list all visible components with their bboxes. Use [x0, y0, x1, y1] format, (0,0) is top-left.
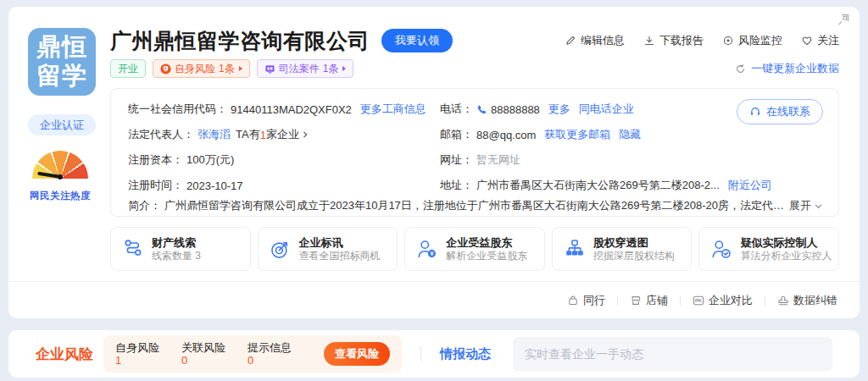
hide-email-link[interactable]: 隐藏 [619, 127, 641, 142]
self-risk-stat: 自身风险 1 [115, 341, 159, 367]
headset-icon [749, 106, 761, 118]
page-title: 广州鼎恒留学咨询有限公司 [110, 27, 370, 55]
company-info-box: 统一社会信用代码： 91440113MAD2QXF0X2 更多工商信息 法定代表… [110, 88, 839, 217]
online-contact-button[interactable]: 在线联系 [737, 99, 823, 124]
feature-cards-row: 财产线索 线索数量 3 企业标讯 查看全国招标商机 ¥ 企业受益股东 解析企业受… [110, 227, 839, 271]
store-icon [630, 295, 642, 306]
download-report-button[interactable]: 下载报告 [643, 33, 704, 48]
self-risk-badge[interactable]: 自身风险 1条 [153, 59, 250, 78]
stamp-icon [777, 295, 789, 306]
rep-company-count: 1 [260, 129, 266, 141]
controller-check-icon [710, 238, 732, 260]
caret-right-icon [342, 66, 346, 71]
status-badge[interactable]: 开业 [110, 59, 146, 78]
pencil-icon [565, 35, 576, 47]
heart-icon [801, 35, 813, 47]
logo-text-line2: 留学 [28, 61, 96, 90]
risk-monitor-button[interactable]: 风险监控 [722, 33, 782, 48]
bag-icon [567, 295, 579, 306]
hint-info-stat: 提示信息 0 [248, 341, 292, 367]
refresh-icon [735, 64, 746, 75]
intel-feed-input[interactable] [513, 337, 832, 371]
more-email-link[interactable]: 获取更多邮箱 [544, 127, 610, 142]
svg-text:¥: ¥ [431, 251, 434, 257]
risk-section-title: 企业风险 [36, 345, 93, 364]
email-row: 邮箱： 88@qq.com 获取更多邮箱 隐藏 [440, 122, 826, 147]
gauge-pivot [58, 174, 63, 179]
address-value: 广州市番禺区大石街南大公路269号第二楼208-2... [476, 178, 720, 193]
website-value: 暂无网址 [476, 152, 520, 168]
expand-intro-button[interactable]: 展开 [789, 198, 823, 213]
phone-value: 88888888 [491, 103, 540, 116]
shield-alert-icon [160, 64, 171, 75]
nearby-companies-link[interactable]: 附近公司 [728, 178, 772, 193]
reg-capital-row: 注册资本： 100万(元) [128, 147, 440, 173]
risk-stats-panel: 自身风险 1 关联风险 0 提示信息 0 查看风险 [103, 335, 402, 373]
email-value: 88@qq.com [476, 129, 536, 141]
company-compare-button[interactable]: PK 企业对比 [693, 293, 753, 308]
credit-code-row: 统一社会信用代码： 91440113MAD2QXF0X2 更多工商信息 [128, 97, 440, 122]
intro-row: 简介： 广州鼎恒留学咨询有限公司成立于2023年10月17日，注册地位于广州市番… [128, 196, 823, 216]
credit-code-value: 91440113MAD2QXF0X2 [231, 103, 352, 116]
legal-rep-link[interactable]: 张海滔 [198, 127, 231, 142]
clue-trail-icon [122, 238, 144, 260]
monitor-icon [722, 35, 734, 47]
beneficiary-person-icon: ¥ [416, 238, 438, 260]
legal-rep-row: 法定代表人： 张海滔 TA有 1 家企业 [128, 122, 440, 147]
attention-gauge [32, 151, 88, 186]
svg-text:PK: PK [695, 298, 703, 303]
risk-feed-bar: 企业风险 自身风险 1 关联风险 0 提示信息 0 查看风险 情报动态 [8, 330, 860, 378]
badge-row: 开业 自身风险 1条 司法案件 1条 一键更新企业数据 [110, 58, 839, 79]
chevron-right-icon[interactable] [301, 130, 309, 139]
judicial-case-badge[interactable]: 司法案件 1条 [257, 59, 354, 78]
target-arrow-icon [270, 238, 292, 260]
judicial-doc-icon [264, 64, 275, 75]
title-row: 广州鼎恒留学咨询有限公司 我要认领 编辑信息 下载报告 风险监控 关注 [110, 24, 839, 58]
update-company-data-link[interactable]: 一键更新企业数据 [735, 61, 839, 76]
view-risk-button[interactable]: 查看风险 [324, 342, 390, 366]
phone-more-link[interactable]: 更多 [548, 102, 570, 117]
tool-separator [765, 295, 765, 306]
same-phone-link[interactable]: 同电话企业 [579, 102, 634, 117]
chevron-down-icon [814, 202, 823, 211]
feature-card-property-clues[interactable]: 财产线索 线索数量 3 [110, 227, 251, 271]
company-profile-card: 鼎恒 留学 企业认证 网民关注热度 广州鼎恒留学咨询有限公司 我要认领 编辑信息… [8, 7, 860, 318]
edit-info-button[interactable]: 编辑信息 [565, 33, 625, 48]
follow-button[interactable]: 关注 [801, 33, 839, 48]
org-chart-icon [564, 238, 586, 260]
peer-companies-button[interactable]: 同行 [567, 293, 605, 308]
feature-card-tender-news[interactable]: 企业标讯 查看全国招标商机 [258, 227, 398, 271]
data-correction-button[interactable]: 数据纠错 [777, 293, 837, 308]
vertical-divider [420, 346, 421, 362]
feature-card-beneficial-shareholders[interactable]: ¥ 企业受益股东 解析企业受益股东 [404, 227, 545, 271]
claim-button[interactable]: 我要认领 [381, 29, 453, 52]
related-risk-stat: 关联风险 0 [181, 341, 225, 367]
reg-date-row: 注册时间： 2023-10-17 [128, 173, 440, 198]
gauge-label: 网民关注热度 [22, 190, 98, 202]
pk-icon: PK [693, 295, 704, 306]
phone-icon [476, 104, 487, 115]
tools-row: 同行 店铺 PK 企业对比 数据纠错 [8, 282, 837, 318]
address-row: 地址： 广州市番禺区大石街南大公路269号第二楼208-2... 附近公司 [440, 173, 826, 198]
info-left-column: 统一社会信用代码： 91440113MAD2QXF0X2 更多工商信息 法定代表… [128, 97, 440, 198]
certification-badge[interactable]: 企业认证 [28, 114, 96, 135]
tool-separator [680, 295, 681, 306]
more-business-info-link[interactable]: 更多工商信息 [360, 102, 426, 117]
intel-feed-title: 情报动态 [440, 346, 491, 362]
header-actions: 编辑信息 下载报告 风险监控 关注 [565, 33, 839, 48]
website-row: 网址： 暂无网址 [440, 147, 826, 173]
shop-button[interactable]: 店铺 [630, 293, 668, 308]
caret-right-icon [239, 66, 242, 71]
tool-separator [617, 295, 618, 306]
download-icon [643, 35, 655, 47]
feature-card-equity-penetration[interactable]: 股权穿透图 挖掘深层股权结构 [552, 227, 693, 271]
logo-text-line1: 鼎恒 [28, 32, 96, 61]
company-logo: 鼎恒 留学 [28, 28, 96, 96]
company-intro: 广州鼎恒留学咨询有限公司成立于2023年10月17日，注册地位于广州市番禺区大石… [164, 198, 786, 213]
feature-card-actual-controller[interactable]: 疑似实际控制人 算法分析企业实控人 [698, 227, 839, 271]
